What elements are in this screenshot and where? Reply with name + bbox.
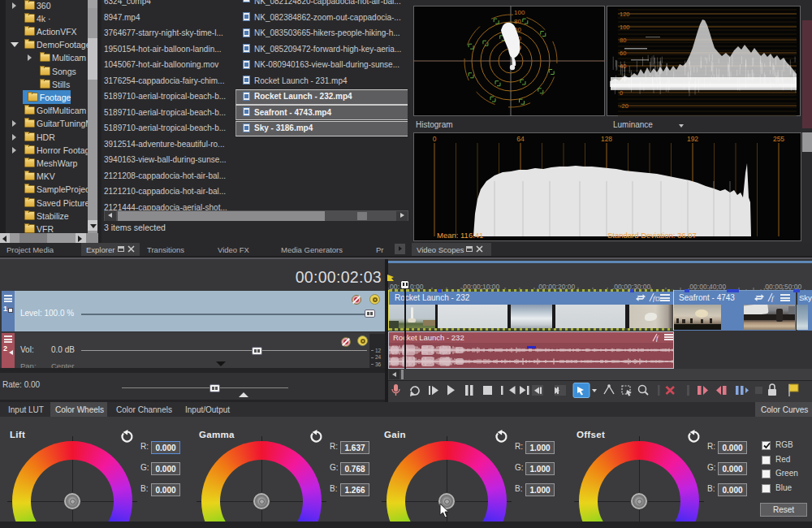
svg-text:f: f <box>653 294 656 302</box>
svg-text:0: 0 <box>433 135 437 143</box>
svg-text:80: 80 <box>514 18 521 25</box>
svg-text:64: 64 <box>516 135 525 143</box>
svg-text:120: 120 <box>620 11 630 18</box>
svg-text:f: f <box>771 294 775 302</box>
svg-text:80: 80 <box>620 37 626 44</box>
svg-text:128: 128 <box>601 135 612 143</box>
svg-text:192: 192 <box>687 135 698 143</box>
svg-text:100: 100 <box>620 24 630 31</box>
svg-text:-20: -20 <box>620 102 628 110</box>
svg-text:0: 0 <box>620 89 623 97</box>
svg-text:f: f <box>656 334 659 342</box>
svg-text:Standard Deviation: 36.07: Standard Deviation: 36.07 <box>607 231 697 240</box>
svg-text:Mean: 116.41: Mean: 116.41 <box>437 231 483 240</box>
svg-text:60: 60 <box>620 50 626 57</box>
svg-text:255: 255 <box>773 135 784 143</box>
svg-text:100: 100 <box>514 9 525 16</box>
